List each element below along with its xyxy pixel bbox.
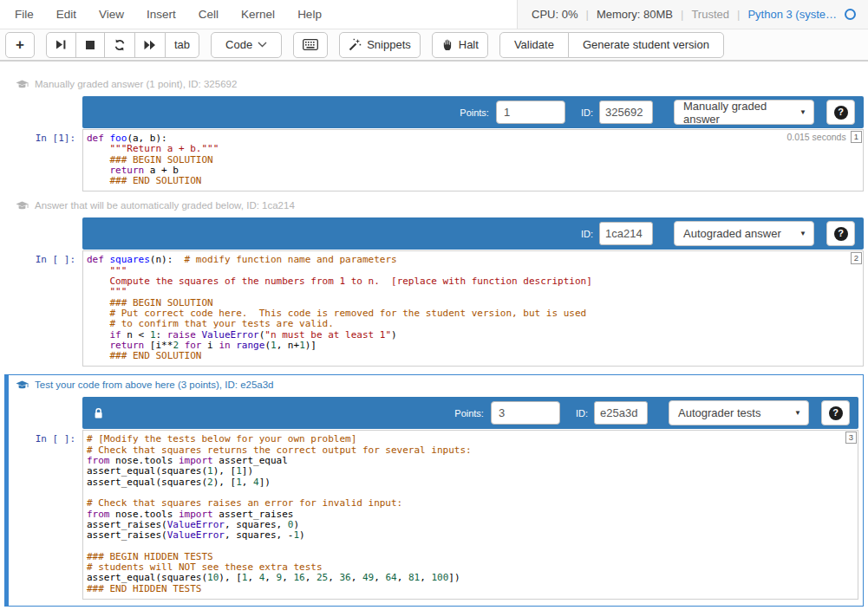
- nbgrader-header-bar: Points: ID: Manually graded answer ▼ ?: [82, 96, 864, 128]
- validate-button-label: Validate: [514, 38, 554, 51]
- nbgrader-cell-label: Answer that will be automatically graded…: [16, 200, 868, 211]
- tab-complete-button[interactable]: tab: [165, 32, 199, 58]
- snippets-button[interactable]: Snippets: [339, 32, 421, 58]
- trusted-indicator: Trusted: [691, 8, 729, 21]
- menu-cell[interactable]: Cell: [187, 8, 230, 21]
- nbgrader-header-bar: Points: ID: Autograder tests ▼ ?: [82, 397, 858, 429]
- restart-icon: [114, 39, 126, 51]
- cell-type-select-value: Autograded answer: [683, 227, 799, 240]
- hand-icon: [441, 38, 454, 51]
- question-mark-icon: ?: [834, 106, 848, 120]
- cell-type-select[interactable]: Manually graded answer ▼: [674, 100, 814, 125]
- memory-indicator[interactable]: Memory: 80MB: [597, 8, 673, 21]
- menu-file[interactable]: File: [3, 8, 45, 21]
- run-button-group: tab: [46, 32, 199, 58]
- nbgrader-button-group: Validate Generate student version: [499, 32, 724, 58]
- points-label: Points:: [454, 408, 484, 419]
- keyboard-shortcuts-button[interactable]: [293, 32, 328, 58]
- code-cell-row: In [ ]: 2 def squares(n): # modify funct…: [0, 250, 868, 367]
- cell-label-text: Test your code from above here (3 points…: [35, 380, 274, 390]
- fast-forward-icon: [144, 40, 156, 50]
- run-all-button[interactable]: [134, 32, 166, 58]
- menu-kernel[interactable]: Kernel: [230, 8, 286, 21]
- menu-view[interactable]: View: [88, 8, 135, 21]
- exec-info: 3: [845, 431, 858, 444]
- halt-button-label: Halt: [459, 38, 479, 51]
- menu-help[interactable]: Help: [286, 8, 333, 21]
- notebook-cell: Manually graded answer (1 point), ID: 32…: [0, 79, 868, 191]
- cell-label-text: Manually graded answer (1 point), ID: 32…: [35, 79, 237, 89]
- menu-edit[interactable]: Edit: [45, 8, 88, 21]
- cpu-indicator[interactable]: CPU: 0%: [532, 8, 578, 21]
- cell-type-dropdown-label: Code: [225, 38, 252, 51]
- menu-insert[interactable]: Insert: [135, 8, 187, 21]
- insert-cell-button[interactable]: +: [5, 32, 35, 58]
- cell-type-select-value: Manually graded answer: [683, 100, 799, 126]
- restart-kernel-button[interactable]: [104, 32, 135, 58]
- question-mark-icon: ?: [829, 406, 843, 420]
- generate-student-version-button[interactable]: Generate student version: [568, 32, 724, 58]
- help-button[interactable]: ?: [826, 100, 855, 125]
- cell-index-badge: 1: [851, 131, 862, 143]
- magic-wand-icon: [349, 38, 362, 51]
- nbgrader-cell-label: Test your code from above here (3 points…: [16, 380, 863, 390]
- cell-type-select[interactable]: Autograder tests ▼: [669, 400, 809, 425]
- kernel-name[interactable]: Python 3 (syste…: [747, 8, 837, 21]
- question-mark-icon: ?: [834, 227, 848, 241]
- menu-items: File Edit View Insert Cell Kernel Help: [0, 0, 517, 29]
- cell-index-badge: 3: [845, 432, 857, 444]
- cell-type-select-value: Autograder tests: [678, 406, 794, 419]
- menubar: File Edit View Insert Cell Kernel Help C…: [0, 0, 868, 29]
- id-input[interactable]: [594, 401, 648, 425]
- code-lines: def foo(a, b): """Return a + b.""" ### B…: [87, 133, 858, 186]
- cell-label-text: Answer that will be automatically graded…: [35, 200, 295, 211]
- code-lines: def squares(n): # modify function name a…: [87, 255, 858, 361]
- code-lines: # [Modify the tests below for your own p…: [87, 434, 852, 594]
- lock-icon: [93, 407, 104, 419]
- input-prompt: In [1]:: [0, 129, 82, 191]
- nbgrader-header-bar: ID: Autograded answer ▼ ?: [82, 217, 864, 250]
- exec-time: 0.015 seconds: [786, 132, 845, 142]
- toolbar: + tab Code Snippets Halt Valida: [0, 29, 868, 62]
- id-input[interactable]: [599, 222, 653, 245]
- cell-index-badge: 2: [851, 252, 862, 264]
- graduation-cap-icon: [16, 201, 29, 211]
- code-editor[interactable]: 2 def squares(n): # modify function name…: [82, 250, 864, 367]
- chevron-down-icon: [258, 42, 267, 48]
- stop-icon: [85, 40, 95, 50]
- notebook-cell: Test your code from above here (3 points…: [4, 374, 864, 606]
- select-caret-icon: ▼: [799, 230, 806, 237]
- help-button[interactable]: ?: [826, 221, 855, 246]
- generate-button-label: Generate student version: [583, 38, 709, 51]
- nbgrader-cell-label: Manually graded answer (1 point), ID: 32…: [16, 79, 868, 89]
- cell-type-select[interactable]: Autograded answer ▼: [674, 221, 814, 246]
- code-cell-row: In [ ]: 3 # [Modify the tests below for …: [9, 430, 863, 599]
- points-input[interactable]: [496, 101, 565, 124]
- plus-icon: +: [16, 37, 24, 52]
- id-input[interactable]: [599, 101, 653, 124]
- exec-info: 0.015 seconds 1: [786, 130, 863, 143]
- run-cell-button[interactable]: [46, 32, 76, 58]
- select-caret-icon: ▼: [799, 108, 806, 116]
- status-bar: CPU: 0% | Memory: 80MB | Trusted | Pytho…: [517, 0, 868, 29]
- halt-button[interactable]: Halt: [432, 32, 488, 58]
- graduation-cap-icon: [16, 80, 29, 89]
- code-editor[interactable]: 0.015 seconds 1 def foo(a, b): """Return…: [82, 129, 864, 191]
- code-editor[interactable]: 3 # [Modify the tests below for your own…: [82, 430, 858, 599]
- points-input[interactable]: [491, 401, 560, 425]
- input-prompt: In [ ]:: [0, 250, 82, 367]
- cell-type-dropdown[interactable]: Code: [211, 32, 282, 58]
- code-cell-row: In [1]: 0.015 seconds 1 def foo(a, b): "…: [0, 129, 868, 191]
- graduation-cap-icon: [16, 380, 29, 390]
- id-label: ID:: [581, 107, 593, 118]
- help-button[interactable]: ?: [821, 400, 850, 425]
- stop-button[interactable]: [75, 32, 105, 58]
- status-separator: |: [737, 8, 740, 21]
- exec-info: 2: [851, 251, 863, 264]
- validate-button[interactable]: Validate: [499, 32, 569, 58]
- notebook: Manually graded answer (1 point), ID: 32…: [0, 62, 868, 607]
- snippets-button-label: Snippets: [367, 38, 411, 51]
- keyboard-icon: [303, 39, 318, 50]
- id-label: ID:: [581, 229, 593, 239]
- notebook-cell: Answer that will be automatically graded…: [0, 200, 868, 367]
